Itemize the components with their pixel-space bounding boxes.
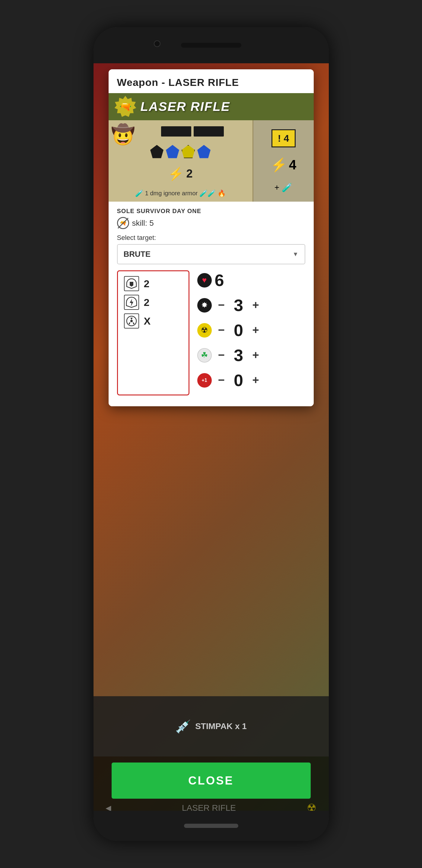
bottom-bg-content: 💉 STIMPAK x 1 bbox=[93, 696, 329, 756]
starburst-icon: ✸ bbox=[197, 298, 212, 313]
target-dropdown[interactable]: BRUTE ▼ bbox=[117, 244, 305, 264]
weapon-card-header: 🔫 LASER RIFLE bbox=[109, 93, 314, 120]
skill-row: 🔫 skill: 5 bbox=[117, 217, 305, 229]
level-minus-button[interactable]: − bbox=[216, 374, 227, 387]
no-weapon-icon: 🔫 bbox=[117, 217, 129, 229]
bonus-text: 1 dmg ignore armor bbox=[145, 190, 198, 197]
health-row: ♥ 6 bbox=[197, 270, 305, 290]
right-bonus-row: + 🧪 bbox=[275, 183, 292, 193]
clover-minus-button[interactable]: − bbox=[216, 349, 227, 362]
weapon-card-title: LASER RIFLE bbox=[141, 99, 230, 114]
health-value: 6 bbox=[215, 270, 224, 290]
upgraded-damage-row: ⚡ 4 bbox=[271, 157, 296, 173]
clover-counter-row: ☘ − 3 + bbox=[197, 345, 305, 365]
modal-header: Weapon - LASER RIFLE bbox=[109, 69, 314, 93]
radiation-counter-row: ☢ − 0 + bbox=[197, 320, 305, 340]
level-counter-row: +1 − 0 + bbox=[197, 370, 305, 390]
nav-back-icon: ◀ bbox=[106, 804, 111, 811]
phone-bottom-bar bbox=[93, 811, 329, 841]
close-button[interactable]: CLOSE bbox=[112, 763, 311, 799]
bottom-strip: ◀ LASER RIFLE ☢ bbox=[93, 802, 329, 811]
radiation-minus-button[interactable]: − bbox=[216, 324, 227, 337]
base-damage-row: ⚡ 2 bbox=[168, 166, 193, 181]
home-indicator bbox=[184, 824, 238, 828]
heart-icon: ♥ bbox=[197, 273, 212, 287]
armor-value-3: X bbox=[144, 315, 151, 327]
pentagon-blue-2 bbox=[197, 145, 210, 158]
bottle-right-icon: 🧪 bbox=[282, 183, 292, 193]
weapon-modal: Weapon - LASER RIFLE 🔫 LASER RIFLE 🤠 bbox=[109, 69, 314, 406]
bonus-row: 🧪 1 dmg ignore armor 🧪🧪 🔥 bbox=[135, 190, 226, 198]
damage-bar-1 bbox=[161, 126, 191, 136]
exclaim-text: ! 4 bbox=[278, 133, 289, 144]
stimpak-row: 💉 STIMPAK x 1 bbox=[175, 719, 247, 734]
laser-rifle-bottom-text: LASER RIFLE bbox=[182, 803, 236, 811]
phone-screen: Weapon - LASER RIFLE 🔫 LASER RIFLE 🤠 bbox=[93, 63, 329, 811]
bottle-icon-2: 🧪🧪 bbox=[199, 190, 216, 197]
pentagon-blue-1 bbox=[166, 145, 179, 158]
armor-box: 2 2 bbox=[117, 270, 190, 396]
weapon-card-body: 🤠 bbox=[109, 120, 314, 202]
pentagon-yellow bbox=[181, 145, 195, 158]
starburst-plus-button[interactable]: + bbox=[250, 299, 261, 312]
lightning-base-icon: ⚡ bbox=[168, 166, 184, 181]
gear-icon: 🔫 bbox=[115, 96, 136, 118]
upgraded-damage-value: 4 bbox=[289, 157, 296, 173]
dropdown-arrow-icon: ▼ bbox=[292, 251, 299, 258]
bottle-icon: 🧪 bbox=[135, 190, 143, 197]
stats-section: 2 2 bbox=[117, 270, 305, 396]
level-value: 0 bbox=[231, 370, 246, 390]
weapon-card: 🔫 LASER RIFLE 🤠 bbox=[109, 93, 314, 202]
damage-bar-2 bbox=[194, 126, 224, 136]
skill-text: skill: 5 bbox=[132, 218, 154, 228]
radiation-value: 0 bbox=[231, 320, 246, 340]
svg-point-2 bbox=[130, 320, 133, 322]
modal-title: Weapon - LASER RIFLE bbox=[117, 76, 305, 88]
pipboy-figure: 🤠 bbox=[111, 123, 135, 146]
phone-frame: Weapon - LASER RIFLE 🔫 LASER RIFLE 🤠 bbox=[93, 27, 329, 841]
phone-speaker bbox=[181, 43, 241, 48]
clover-icon: ☘ bbox=[197, 348, 212, 363]
armor-value-1: 2 bbox=[144, 278, 150, 290]
radiation-plus-button[interactable]: + bbox=[250, 324, 261, 337]
stimpak-icon: 💉 bbox=[175, 719, 191, 734]
lightning-upgraded-icon: ⚡ bbox=[271, 157, 287, 173]
target-value: BRUTE bbox=[124, 250, 151, 259]
modal-content: SOLE SURVIVOR DAY ONE 🔫 skill: 5 Select … bbox=[109, 202, 314, 406]
level-icon: +1 bbox=[197, 373, 212, 388]
armor-row-3: X bbox=[124, 313, 182, 329]
level-plus-button[interactable]: + bbox=[250, 374, 261, 387]
pentagon-row bbox=[150, 145, 210, 158]
starburst-counter-row: ✸ − 3 + bbox=[197, 296, 305, 315]
fire-icon: 🔥 bbox=[218, 190, 226, 197]
radiation-icon: ☢ bbox=[197, 323, 212, 338]
bottom-bar: CLOSE ◀ LASER RIFLE ☢ bbox=[93, 756, 329, 811]
starburst-minus-button[interactable]: − bbox=[216, 299, 227, 312]
clover-plus-button[interactable]: + bbox=[250, 349, 261, 362]
phone-top-bar bbox=[93, 27, 329, 63]
damage-bars bbox=[161, 126, 224, 136]
armor-row-1: 2 bbox=[124, 276, 182, 291]
exclaim-badge: ! 4 bbox=[272, 129, 296, 147]
weapon-card-left: 🤠 bbox=[109, 120, 253, 202]
phone-camera bbox=[154, 40, 161, 47]
armor-row-2: 2 bbox=[124, 295, 182, 310]
armor-value-2: 2 bbox=[144, 297, 150, 308]
health-section: ♥ 6 ✸ − 3 + bbox=[194, 270, 305, 396]
helmet-shield-icon bbox=[124, 276, 139, 291]
plus-icon: + bbox=[275, 183, 279, 192]
radiation-bottom-icon: ☢ bbox=[307, 802, 316, 811]
stimpak-text: STIMPAK x 1 bbox=[195, 721, 247, 731]
clover-value: 3 bbox=[231, 345, 246, 365]
target-label: Select target: bbox=[117, 234, 305, 242]
base-damage-value: 2 bbox=[186, 167, 193, 180]
starburst-value: 3 bbox=[231, 296, 246, 315]
close-button-label: CLOSE bbox=[188, 774, 234, 787]
helmet-radiation-icon bbox=[124, 313, 139, 329]
close-button-wrapper: CLOSE bbox=[93, 756, 329, 802]
survivor-label: SOLE SURVIVOR DAY ONE bbox=[117, 208, 305, 215]
svg-marker-0 bbox=[130, 299, 133, 307]
helmet-lightning-icon bbox=[124, 295, 139, 310]
weapon-card-right: ! 4 ⚡ 4 + 🧪 bbox=[253, 120, 314, 202]
pentagon-black bbox=[150, 145, 164, 158]
